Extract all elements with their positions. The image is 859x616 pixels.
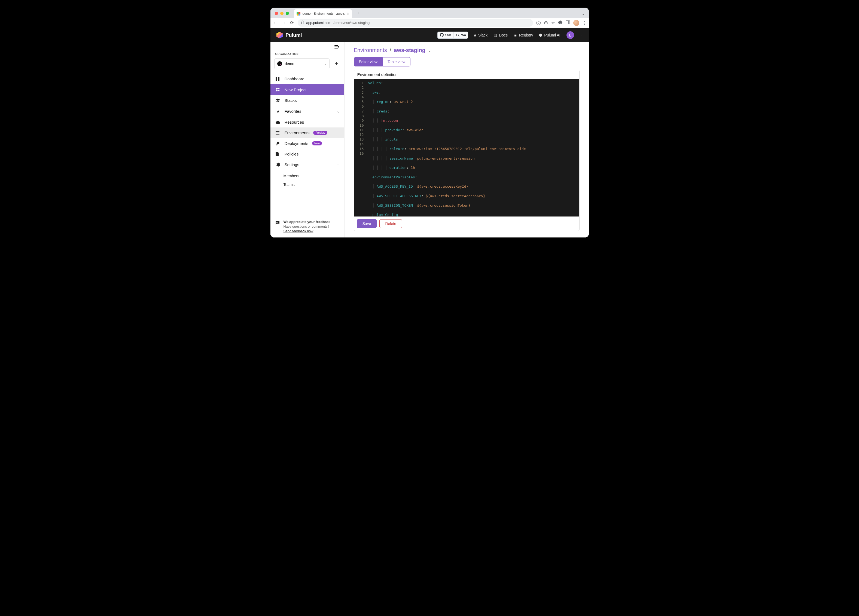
browser-toolbar: ← → ⟳ app.pulumi.com/demo/esc/aws-stagin… <box>270 18 589 28</box>
sidebar-item-settings[interactable]: Settings ⌃ <box>270 159 344 170</box>
sidebar-item-resources[interactable]: Resources <box>270 117 344 128</box>
preview-badge: Preview <box>313 131 327 135</box>
sidebar-subitem-members[interactable]: Members <box>284 172 344 180</box>
header-link-registry[interactable]: ▣Registry <box>514 33 533 37</box>
sidebar-item-policies[interactable]: Policies <box>270 149 344 159</box>
gear-icon <box>275 162 281 167</box>
sidebar-item-environments[interactable]: Environments Preview <box>270 128 344 138</box>
chevron-down-icon: ⌵ <box>337 109 339 113</box>
svg-rect-0 <box>301 22 304 24</box>
tab-title: demo - Environments | aws-s <box>303 12 345 16</box>
delete-button[interactable]: Delete <box>380 219 402 228</box>
url-bar[interactable]: app.pulumi.com/demo/esc/aws-staging <box>298 19 533 27</box>
star-icon: ★ <box>275 109 281 114</box>
sidebar-collapse-icon[interactable] <box>334 45 339 50</box>
svg-rect-8 <box>278 77 280 79</box>
new-badge: New <box>312 141 322 145</box>
extensions-icon[interactable] <box>558 20 562 25</box>
sidebar-item-dashboard[interactable]: Dashboard <box>270 73 344 84</box>
settings-subnav: Members Teams <box>270 172 344 191</box>
rocket-icon <box>275 141 281 146</box>
reload-button[interactable]: ⟳ <box>289 20 294 25</box>
org-avatar-icon <box>277 61 282 66</box>
save-button[interactable]: Save <box>357 219 377 228</box>
user-avatar[interactable]: L <box>567 31 574 39</box>
browser-tabstrip: demo - Environments | aws-s × + ⌄ <box>270 8 589 18</box>
chevron-down-icon[interactable]: ⌄ <box>428 48 431 53</box>
chevron-up-icon: ⌃ <box>337 163 339 167</box>
document-icon <box>275 152 281 156</box>
sidebar: ORGANIZATION demo ⌵ + Dashboard <box>270 42 345 237</box>
add-org-button[interactable]: + <box>333 61 340 67</box>
registry-icon: ▣ <box>514 33 517 37</box>
browser-menu-icon[interactable]: ⋮ <box>583 20 586 25</box>
chevron-down-icon: ⌵ <box>325 62 326 65</box>
zoom-icon[interactable]: ⚲ <box>536 21 540 25</box>
share-icon[interactable] <box>544 20 548 25</box>
list-icon <box>275 131 281 135</box>
stacks-icon <box>275 98 281 103</box>
breadcrumb-current: aws-staging <box>394 47 425 53</box>
new-tab-button[interactable]: + <box>355 9 362 17</box>
tab-table-view[interactable]: Table view <box>383 57 411 67</box>
github-star-label: Star <box>445 33 451 37</box>
forward-button[interactable]: → <box>281 20 286 25</box>
profile-avatar[interactable] <box>573 20 579 26</box>
github-icon <box>440 33 444 37</box>
tab-favicon <box>297 12 300 16</box>
sidebar-item-new-project[interactable]: New Project <box>270 84 344 95</box>
tab-close-icon[interactable]: × <box>347 11 349 16</box>
close-window-icon[interactable] <box>275 12 278 15</box>
minimize-window-icon[interactable] <box>280 12 284 15</box>
app-header: Pulumi Star 17,754 #Slack ▤Docs ▣Registr… <box>270 28 589 42</box>
side-panel-icon[interactable] <box>566 20 570 25</box>
definition-panel: Environment definition 12345678910111213… <box>354 70 579 231</box>
tab-editor-view[interactable]: Editor view <box>354 57 383 67</box>
new-project-icon <box>275 87 281 92</box>
feedback-box: We appreciate your feedback. Have questi… <box>270 216 344 237</box>
org-section-label: ORGANIZATION <box>270 51 344 58</box>
logo-cube-icon <box>276 32 283 38</box>
sidebar-subitem-teams[interactable]: Teams <box>284 180 344 189</box>
browser-tab[interactable]: demo - Environments | aws-s × <box>294 9 352 18</box>
svg-rect-23 <box>276 221 279 222</box>
send-feedback-link[interactable]: Send feedback now <box>284 229 314 233</box>
product-logo[interactable]: Pulumi <box>276 32 302 38</box>
slack-icon: # <box>474 33 476 37</box>
sidebar-item-stacks[interactable]: Stacks <box>270 95 344 106</box>
svg-rect-2 <box>566 21 570 24</box>
user-menu-caret-icon[interactable]: ⌄ <box>580 33 583 37</box>
back-button[interactable]: ← <box>273 20 278 25</box>
header-link-docs[interactable]: ▤Docs <box>494 33 508 37</box>
dashboard-icon <box>275 77 281 81</box>
browser-window: demo - Environments | aws-s × + ⌄ ← → ⟳ … <box>270 8 589 237</box>
svg-rect-7 <box>276 77 277 79</box>
feedback-chat-icon <box>275 220 280 226</box>
docs-icon: ▤ <box>494 33 497 37</box>
org-name: demo <box>285 62 294 66</box>
sidebar-item-favorites[interactable]: ★ Favorites ⌵ <box>270 106 344 117</box>
tab-overflow-icon[interactable]: ⌄ <box>582 11 585 16</box>
logo-text: Pulumi <box>286 33 302 38</box>
cube-icon: ⬢ <box>539 33 542 37</box>
code-editor[interactable]: 12345678910111213141516 values: aws: │ r… <box>354 79 579 217</box>
github-star-count: 17,754 <box>453 32 468 38</box>
sidebar-item-deployments[interactable]: Deployments New <box>270 138 344 149</box>
window-controls[interactable] <box>273 12 290 18</box>
sidebar-nav: Dashboard New Project Stacks ★ Favorites… <box>270 72 344 172</box>
url-path: /demo/esc/aws-staging <box>333 21 370 25</box>
view-tabs: Editor view Table view <box>354 57 579 67</box>
org-selector[interactable]: demo ⌵ <box>274 58 330 69</box>
lock-icon <box>301 20 304 25</box>
main-content: Environments / aws-staging ⌄ Editor view… <box>345 42 589 237</box>
header-link-slack[interactable]: #Slack <box>474 33 487 37</box>
breadcrumb-root[interactable]: Environments <box>354 47 387 53</box>
github-star-button[interactable]: Star 17,754 <box>437 31 468 39</box>
maximize-window-icon[interactable] <box>286 12 289 15</box>
header-link-pulumi-ai[interactable]: ⬢Pulumi AI <box>539 33 560 37</box>
svg-marker-19 <box>276 98 280 101</box>
bookmark-star-icon[interactable]: ☆ <box>551 20 555 25</box>
svg-rect-10 <box>278 79 280 81</box>
breadcrumb: Environments / aws-staging ⌄ <box>354 47 579 53</box>
svg-rect-9 <box>276 79 277 81</box>
